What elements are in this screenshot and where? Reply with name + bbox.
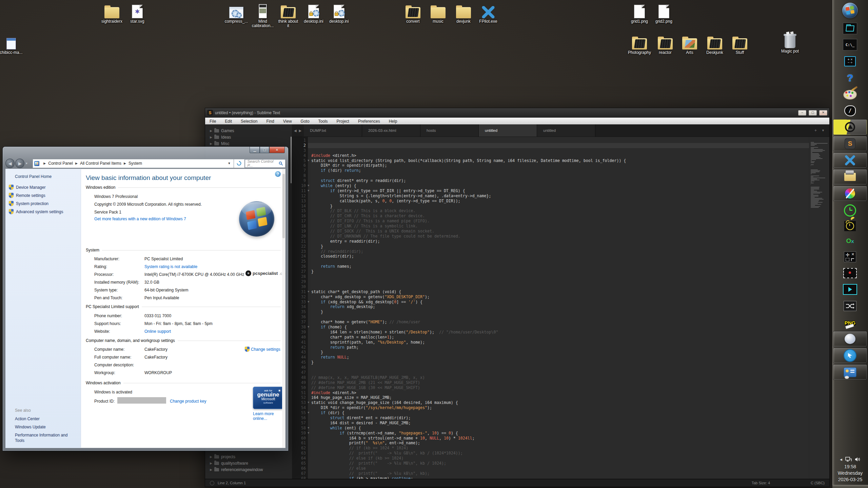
taskbar-item-folder-app[interactable] xyxy=(833,21,867,36)
sidebar-folder-referenceimagewindow[interactable]: ▶referenceimagewindow xyxy=(205,467,292,473)
sidebar-scrollbar[interactable] xyxy=(291,137,292,183)
close-icon[interactable]: ✕ xyxy=(819,110,827,116)
sidebar-item-control-panel-home[interactable]: Control Panel Home xyxy=(15,174,52,179)
breadcrumb-control-panel[interactable]: Control Panel xyxy=(48,161,73,166)
close-icon[interactable]: ✕ xyxy=(269,147,285,153)
taskbar-item-png-optimizer[interactable]: PNG xyxy=(833,314,867,331)
minimize-icon[interactable]: ▁ xyxy=(250,147,260,153)
taskbar-item-alarm-app[interactable] xyxy=(833,219,867,233)
refresh-button[interactable] xyxy=(234,159,245,168)
see-also-performance-information-and-tools[interactable]: Performance Information and Tools xyxy=(15,432,75,443)
sidebar-task-advanced-system-settings[interactable]: Advanced system settings xyxy=(16,209,63,214)
scrollbar[interactable] xyxy=(282,169,285,448)
field-value[interactable]: Online support xyxy=(144,329,171,334)
sidebar-folder-projects[interactable]: ▶projects xyxy=(205,454,292,460)
help-icon[interactable]: ? xyxy=(275,171,281,177)
menu-find[interactable]: Find xyxy=(262,119,278,124)
taskbar-item-screen-recorder[interactable] xyxy=(833,282,867,297)
taskbar-item-ox-app[interactable]: Ox xyxy=(833,234,867,248)
field-value[interactable]: System rating is not available xyxy=(144,264,197,269)
tab-untitled[interactable]: untitled xyxy=(537,124,595,137)
minimize-icon[interactable]: – xyxy=(798,110,806,116)
menu-help[interactable]: Help xyxy=(384,119,402,124)
sidebar-folder-ideas[interactable]: ▶Ideas xyxy=(205,134,292,140)
breadcrumb-dropdown-icon[interactable]: ▼ xyxy=(228,162,234,165)
learn-more-online-link[interactable]: Learn more online... xyxy=(253,411,285,421)
back-button[interactable]: ◀ xyxy=(5,159,15,168)
desktop-icon-stuff[interactable]: Stuff xyxy=(725,34,755,55)
taskbar-item-display-settings[interactable] xyxy=(833,364,867,380)
show-desktop-button[interactable] xyxy=(832,485,868,488)
taskbar-item-script-app[interactable]: / xyxy=(833,104,867,118)
sublime-titlebar[interactable]: S untitled • (everything) - Sublime Text… xyxy=(205,108,829,118)
desktop-icon-compress-[interactable]: compress_... xyxy=(221,3,252,24)
see-also-action-center[interactable]: Action Center xyxy=(15,416,75,422)
sidebar-task-remote-settings[interactable]: Remote settings xyxy=(16,193,45,198)
new-tab-icon[interactable]: + xyxy=(814,128,817,133)
status-icon[interactable] xyxy=(210,481,214,485)
menu-view[interactable]: View xyxy=(279,119,296,124)
sidebar-folder-misc[interactable]: ▶Misc xyxy=(205,141,292,147)
menu-tools[interactable]: Tools xyxy=(314,119,332,124)
desktop-icon-star-svg[interactable]: ✶star.svg xyxy=(122,3,153,24)
desktop-icon-fpilot-exe[interactable]: FPilot.exe xyxy=(473,3,504,24)
breadcrumb-system[interactable]: System xyxy=(129,161,142,166)
scrollbar-thumb[interactable] xyxy=(282,174,285,238)
taskbar-item-calculator[interactable]: + ×− ÷ xyxy=(833,54,867,68)
get-more-features-link[interactable]: Get more features with a new edition of … xyxy=(94,217,186,221)
breadcrumb[interactable]: ▶ Control Panel ▶ All Control Panel Item… xyxy=(33,159,234,168)
desktop-icon-desktop-ini[interactable]: desktop.ini xyxy=(324,3,354,24)
taskbar-item-help[interactable]: ? xyxy=(833,70,867,86)
forward-button[interactable]: ▶ xyxy=(15,159,24,168)
taskbar-item-color-picker[interactable] xyxy=(833,186,867,201)
tab-2026-03-xx-html[interactable]: 2026-03-xx.html xyxy=(362,124,420,137)
tab-untitled[interactable]: untitled xyxy=(479,124,537,137)
sidebar-folder-games[interactable]: ▶Games xyxy=(205,128,292,134)
maximize-icon[interactable]: ▢ xyxy=(809,110,817,116)
nav-history-dropdown-icon[interactable]: ▼ xyxy=(25,162,28,165)
taskbar-item-window-mover[interactable]: ✛✕ xyxy=(833,249,867,264)
taskbar-item-start-orb[interactable] xyxy=(833,2,867,19)
change-product-key-link[interactable]: Change product key xyxy=(170,399,206,404)
code-editor[interactable]: #include <dirent.h>static void list_dire… xyxy=(308,137,809,479)
taskbar-item-region-capture[interactable] xyxy=(833,266,867,280)
taskbar-item-file-manager[interactable] xyxy=(833,169,867,185)
search-input[interactable]: Search Control P... xyxy=(245,159,285,168)
sidebar-task-device-manager[interactable]: Device Manager xyxy=(16,185,45,190)
menu-selection[interactable]: Selection xyxy=(236,119,262,124)
taskbar-item-shuffle-app[interactable] xyxy=(833,299,867,313)
tray-expand-icon[interactable]: ◀ xyxy=(840,458,842,461)
breadcrumb-all-items[interactable]: All Control Panel Items xyxy=(80,161,121,166)
maximize-icon[interactable]: ▢ xyxy=(260,147,269,153)
taskbar-item-fpilot[interactable] xyxy=(833,152,867,168)
tab-hosts[interactable]: hosts xyxy=(420,124,479,137)
desktop-icon-grid2-png[interactable]: grid2.png xyxy=(649,3,679,24)
volume-icon[interactable] xyxy=(855,457,861,462)
taskbar-item-clock-app[interactable] xyxy=(833,203,867,218)
sidebar-task-system-protection[interactable]: System protection xyxy=(16,201,48,206)
menu-edit[interactable]: Edit xyxy=(220,119,236,124)
sidebar-folder-qualitysoftware[interactable]: ▶qualitysoftware xyxy=(205,460,292,466)
tab-dump-txt[interactable]: DUMP.txt xyxy=(304,124,362,137)
tab-scroll-icons[interactable]: ◀ ▶ xyxy=(292,124,304,137)
desktop-icon-magic-pot[interactable]: Magic pot xyxy=(775,33,805,54)
taskbar-item-aimp[interactable] xyxy=(833,119,867,135)
see-also-windows-update[interactable]: Windows Update xyxy=(15,424,75,430)
taskbar-item-paint[interactable] xyxy=(833,87,867,102)
syntax-indicator[interactable]: C (SBC) xyxy=(811,481,825,485)
taskbar-item-terminal[interactable]: C:\_ xyxy=(833,38,867,52)
tab-overflow-icon[interactable]: ▼ xyxy=(822,129,825,132)
minimap[interactable] xyxy=(809,137,829,479)
menu-goto[interactable]: Goto xyxy=(296,119,314,124)
tab-size-indicator[interactable]: Tab Size: 4 xyxy=(752,481,770,485)
taskbar-item-sublime-text[interactable]: S xyxy=(833,136,867,151)
menu-file[interactable]: File xyxy=(205,119,220,124)
menu-project[interactable]: Project xyxy=(332,119,354,124)
taskbar-item-sphere-app[interactable] xyxy=(833,331,867,347)
network-icon[interactable] xyxy=(845,457,852,462)
taskbar-item-wolf-app[interactable] xyxy=(833,348,867,363)
desktop-icon-chibicc-ma-[interactable]: chibicc-ma... xyxy=(0,34,26,55)
clock[interactable]: 19:58 Wednesday 2026-03-25 xyxy=(832,464,868,483)
change-settings-link[interactable]: Change settings xyxy=(251,347,280,352)
menu-preferences[interactable]: Preferences xyxy=(354,119,384,124)
